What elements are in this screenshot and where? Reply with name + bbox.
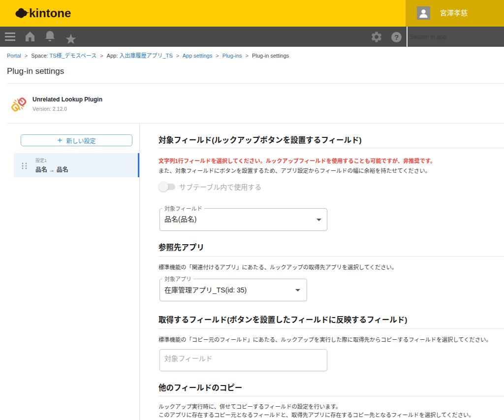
svg-text:?: ? (394, 32, 399, 41)
